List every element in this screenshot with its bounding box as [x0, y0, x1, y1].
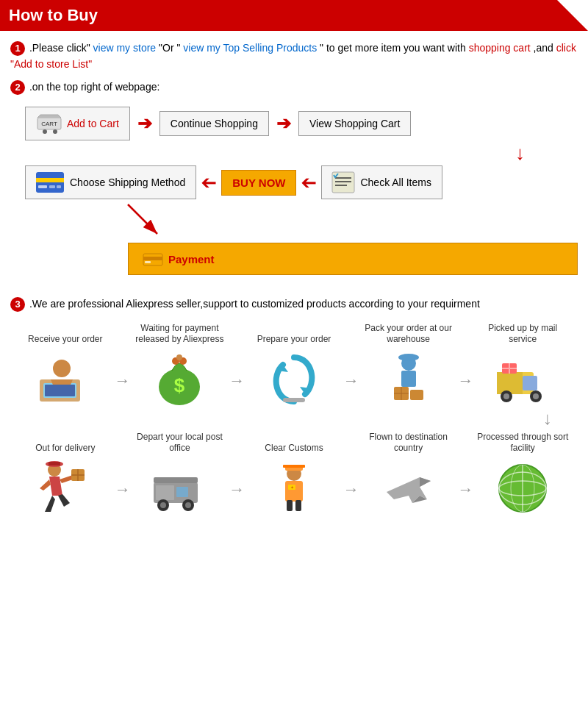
process-item-customs: Clear Customs	[246, 432, 342, 514]
continue-shopping-label: Continue Shopping	[171, 118, 258, 129]
step3-number: 3	[10, 297, 25, 312]
checklist-icon	[332, 172, 354, 193]
view-cart-btn[interactable]: View Shopping Cart	[298, 111, 411, 136]
proc-arrow7: →	[227, 480, 246, 499]
step3-text: 3 .We are professional Aliexpress seller…	[10, 296, 578, 312]
svg-text:✦: ✦	[290, 485, 294, 490]
svg-point-64	[185, 502, 191, 508]
payment-btn[interactable]: Payment	[128, 243, 578, 275]
choose-shipping-btn[interactable]: Choose Shipping Method	[25, 165, 196, 199]
svg-rect-6	[38, 185, 47, 188]
continue-shopping-btn[interactable]: Continue Shopping	[159, 111, 269, 136]
step1-text2: " to get more item you want with	[320, 42, 469, 54]
down-arrow2: ↓	[543, 408, 552, 429]
proc-arrow4: →	[456, 371, 475, 390]
page-title: How to Buy	[9, 6, 98, 25]
check-all-items-btn[interactable]: Check All Items	[321, 165, 442, 199]
svg-rect-32	[410, 390, 423, 400]
svg-rect-60	[176, 487, 188, 497]
page-header: How to Buy	[0, 0, 588, 31]
process-label-delivery: Out for delivery	[35, 432, 95, 454]
svg-point-39	[503, 393, 509, 399]
svg-rect-54	[287, 500, 293, 511]
svg-point-2	[53, 129, 57, 134]
proc-arrow8: →	[113, 480, 132, 499]
buy-now-btn[interactable]: BUY NOW	[221, 170, 296, 196]
svg-line-14	[128, 204, 157, 234]
svg-rect-29	[401, 371, 416, 387]
main-content: 1 .Please click" view my store "Or " vie…	[0, 31, 588, 523]
svg-rect-68	[49, 462, 60, 465]
diagonal-arrow	[121, 201, 165, 238]
step2-label: .on the top right of webpage:	[29, 81, 159, 93]
svg-point-26	[176, 354, 182, 360]
process-label-sort: Processed through sort facility	[475, 432, 570, 454]
process-label-prepare: Prepare your order	[257, 324, 331, 346]
process-label-depart: Depart your local post office	[132, 432, 228, 454]
flow-row1: CART Add to Cart ➔ Continue Shopping ➔ V…	[25, 107, 578, 140]
svg-point-1	[43, 129, 47, 134]
svg-rect-8	[57, 185, 61, 188]
add-to-cart-btn[interactable]: CART Add to Cart	[25, 107, 130, 140]
svg-rect-59	[156, 485, 174, 500]
down-arrow-container: ↓	[25, 143, 578, 163]
proc-arrow5: →	[456, 480, 475, 499]
process-item-delivery: Out for delivery	[18, 432, 113, 514]
process-item-depart: Depart your local post office	[132, 432, 228, 514]
process-icon-payment: $	[150, 350, 209, 405]
svg-text:$: $	[174, 374, 185, 396]
process-icon-delivery	[36, 459, 95, 514]
process-row1: Receive your order → Waiting for	[18, 323, 570, 405]
arrow3: ➔	[201, 173, 217, 192]
top-selling-link[interactable]: view my Top Selling Products	[183, 42, 317, 54]
process-label-flown: Flown to destination country	[361, 432, 456, 454]
svg-rect-7	[49, 185, 55, 188]
step2-number: 2	[10, 80, 25, 95]
proc-arrow6: →	[342, 480, 361, 499]
svg-rect-21	[45, 385, 75, 396]
process-icon-sort	[493, 459, 552, 514]
process-item-sort: Processed through sort facility	[475, 432, 570, 514]
down-arrow2-container: ↓	[18, 408, 570, 429]
step3-label: .We are professional Aliexpress seller,s…	[29, 298, 480, 310]
process-item-receive: Receive your order	[18, 324, 113, 405]
payment-row: Payment	[128, 243, 578, 275]
buy-now-label: BUY NOW	[232, 176, 285, 189]
payment-icon	[142, 249, 164, 268]
process-icon-receive	[36, 350, 95, 405]
view-store-link[interactable]: view my store	[93, 42, 157, 54]
svg-rect-55	[295, 500, 301, 511]
svg-rect-27	[283, 398, 305, 402]
process-flow: Receive your order → Waiting for	[10, 323, 578, 514]
svg-rect-9	[332, 172, 354, 193]
step1-prefix: .Please click"	[29, 42, 90, 54]
view-cart-label: View Shopping Cart	[309, 118, 400, 129]
svg-rect-65	[154, 477, 198, 483]
process-label-payment: Waiting for payment released by Aliexpre…	[132, 323, 228, 346]
process-item-flown: Flown to destination country	[361, 432, 456, 514]
svg-rect-37	[523, 376, 537, 390]
svg-rect-36	[497, 372, 523, 394]
step1-number: 1	[10, 41, 25, 56]
check-all-items-label: Check All Items	[360, 176, 431, 188]
flow-diagram: CART Add to Cart ➔ Continue Shopping ➔ V…	[25, 107, 578, 275]
svg-point-41	[533, 393, 539, 399]
step1-or: "Or "	[159, 42, 180, 54]
process-icon-pack	[379, 350, 438, 405]
flow-row2: Choose Shipping Method ➔ BUY NOW ➔ Check…	[25, 165, 578, 199]
process-label-receive: Receive your order	[28, 324, 102, 346]
down-arrow: ↓	[515, 143, 525, 163]
proc-arrow1: →	[113, 371, 132, 390]
process-item-prepare: Prepare your order	[246, 324, 342, 405]
process-item-pickup: Picked up by mail service	[475, 323, 570, 405]
step2-text: 2 .on the top right of webpage:	[10, 79, 578, 95]
process-icon-pickup	[493, 350, 552, 405]
svg-text:CART: CART	[41, 121, 57, 127]
process-icon-depart	[150, 459, 209, 514]
diagonal-arrow-container	[121, 201, 578, 240]
add-to-cart-label: Add to Cart	[67, 118, 119, 129]
process-icon-prepare	[265, 350, 323, 405]
svg-point-62	[160, 502, 166, 508]
arrow2: ➔	[276, 113, 291, 134]
payment-label: Payment	[168, 253, 215, 265]
